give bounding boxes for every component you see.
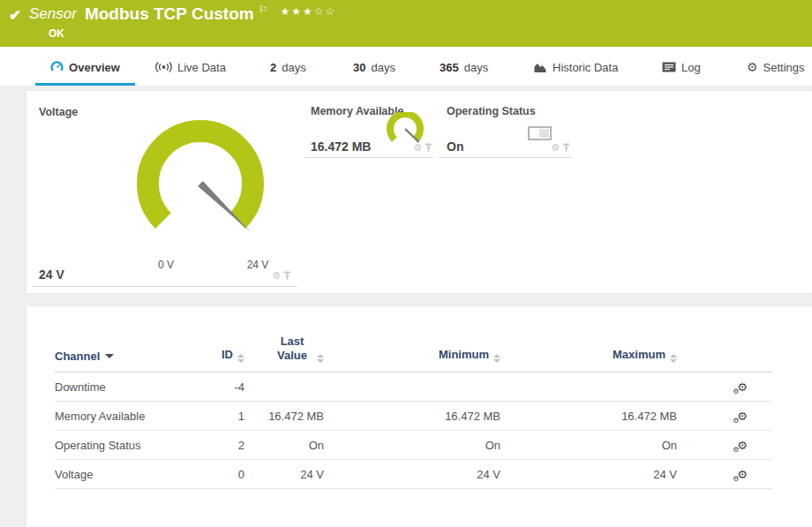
object-kind-label: Sensor [29, 4, 77, 24]
priority-stars[interactable]: ★★★☆☆ [280, 5, 336, 18]
tab-settings[interactable]: ⚙ Settings [747, 57, 805, 86]
sort-caret-down-icon [105, 354, 114, 358]
column-header-minimum[interactable]: Minimum [324, 329, 500, 373]
stars-empty: ☆☆ [314, 5, 337, 18]
tab-log[interactable]: Log [662, 57, 701, 86]
toggle-switch-icon [528, 126, 552, 140]
last-value-cell: 24 V [244, 460, 324, 489]
minimum-cell: 16.472 MB [324, 402, 500, 431]
table-row: Memory Available 1 16.472 MB 16.472 MB 1… [55, 402, 772, 431]
column-header-last-value[interactable]: Last Value [244, 329, 324, 373]
tab-settings-label: Settings [763, 61, 805, 74]
page-title: Modbus TCP Custom [85, 4, 254, 24]
tab-overview[interactable]: Overview [35, 57, 135, 86]
channel-table-panel: Channel ID Last Value Minimum Maximum Do… [26, 306, 812, 527]
live-signal-icon [155, 61, 172, 73]
toggle-knob [539, 129, 549, 138]
voltage-value: 24 V [39, 267, 64, 282]
tab-365-days-number: 365 [440, 61, 459, 74]
tab-2-days-label: days [282, 61, 305, 74]
gauges-panel: Voltage 0 V 24 V 24 V ⚙ Memory Available [26, 91, 812, 293]
table-row: Operating Status 2 On On On ⚙⚙ [55, 431, 772, 460]
status-badge: OK [49, 27, 64, 40]
last-value-cell: On [244, 431, 324, 460]
channel-actions-cell: ⚙⚙ [677, 460, 772, 489]
channel-gear-icon[interactable]: ⚙ [413, 143, 422, 153]
maximum-cell [500, 373, 677, 402]
channel-id-cell: 1 [196, 402, 244, 431]
tab-30-days-number: 30 [353, 61, 365, 74]
channel-id-cell: -4 [196, 373, 244, 402]
table-row: Voltage 0 24 V 24 V 24 V ⚙⚙ [55, 460, 772, 489]
memory-tile-actions: ⚙ [413, 143, 432, 153]
channel-actions-cell: ⚙⚙ [677, 431, 772, 460]
last-value-header-label: Last Value [272, 335, 312, 363]
tab-2-days-number: 2 [270, 61, 276, 74]
edit-channel-gears-icon[interactable]: ⚙⚙ [737, 410, 748, 423]
prtg-sensor-page: ✔ Sensor Modbus TCP Custom ⚐ ★★★☆☆ OK Ov… [0, 0, 812, 527]
gear-icon: ⚙ [747, 61, 758, 73]
channel-name-cell[interactable]: Downtime [55, 373, 196, 402]
tab-log-label: Log [681, 61, 701, 74]
tab-historic-data-label: Historic Data [553, 61, 618, 74]
sort-arrows-icon [493, 354, 500, 363]
channel-name-cell[interactable]: Voltage [55, 460, 196, 489]
gauge-icon [50, 61, 64, 74]
channel-id-cell: 0 [196, 460, 244, 489]
sort-arrows-icon [237, 354, 244, 363]
status-check-icon: ✔ [9, 6, 21, 25]
sort-arrows-icon [670, 354, 677, 363]
operating-tile-title: Operating Status [447, 105, 536, 117]
table-row: Downtime -4 ⚙⚙ [55, 373, 772, 402]
channel-header-label: Channel [55, 350, 100, 363]
id-header-label: ID [222, 348, 233, 361]
sensor-header: ✔ Sensor Modbus TCP Custom ⚐ ★★★☆☆ OK [0, 0, 812, 47]
minimum-header-label: Minimum [439, 348, 489, 361]
content-area: Voltage 0 V 24 V 24 V ⚙ Memory Available [0, 86, 812, 527]
memory-gauge-tile: Memory Available 16.472 MB ⚙ [304, 98, 433, 158]
last-value-cell: 16.472 MB [244, 402, 324, 431]
voltage-tile-actions: ⚙ [272, 271, 291, 281]
edit-channel-gears-icon[interactable]: ⚙⚙ [737, 468, 748, 481]
channel-id-cell: 2 [196, 431, 244, 460]
operating-tile-actions: ⚙ [551, 143, 570, 153]
column-header-id[interactable]: ID [196, 329, 244, 373]
tab-30-days[interactable]: 30 days [353, 57, 395, 86]
edit-channel-gears-icon[interactable]: ⚙⚙ [737, 439, 748, 452]
tab-2-days[interactable]: 2 days [270, 57, 306, 86]
tab-365-days[interactable]: 365 days [440, 57, 488, 86]
pin-icon[interactable] [562, 143, 570, 153]
tab-365-days-label: days [464, 61, 488, 74]
channel-gear-icon[interactable]: ⚙ [272, 271, 281, 281]
pin-icon[interactable] [425, 143, 432, 153]
tab-historic-data[interactable]: Historic Data [533, 57, 618, 86]
column-header-maximum[interactable]: Maximum [500, 329, 677, 373]
voltage-scale-max: 24 V [236, 259, 280, 271]
voltage-gauge-tile: Voltage 0 V 24 V 24 V ⚙ [32, 98, 297, 287]
channel-actions-cell: ⚙⚙ [677, 373, 772, 402]
sort-arrows-icon [317, 354, 324, 363]
pin-icon[interactable] [283, 271, 291, 281]
operating-value: On [447, 139, 463, 154]
maximum-cell: 24 V [500, 460, 677, 489]
tab-30-days-label: days [371, 61, 395, 74]
channel-actions-cell: ⚙⚙ [677, 402, 772, 431]
channel-gear-icon[interactable]: ⚙ [551, 143, 560, 153]
edit-channel-gears-icon[interactable]: ⚙⚙ [737, 380, 748, 394]
voltage-tile-title: Voltage [39, 106, 78, 118]
channel-name-cell[interactable]: Operating Status [55, 431, 196, 460]
table-header-row: Channel ID Last Value Minimum Maximum [55, 329, 772, 373]
log-list-icon [662, 62, 676, 72]
voltage-scale-min: 0 V [144, 259, 188, 271]
tab-bar: Overview Live Data 2 days 30 days 365 da… [0, 47, 812, 86]
column-header-channel[interactable]: Channel [55, 329, 196, 373]
minimum-cell: 24 V [324, 460, 500, 489]
maximum-header-label: Maximum [613, 348, 665, 361]
channel-name-cell[interactable]: Memory Available [55, 402, 196, 431]
voltage-gauge [125, 109, 275, 263]
memory-value: 16.472 MB [311, 139, 371, 154]
last-value-cell [244, 373, 324, 402]
tab-live-data[interactable]: Live Data [155, 57, 226, 86]
priority-flag-icon[interactable]: ⚐ [259, 4, 268, 16]
minimum-cell [324, 373, 500, 402]
